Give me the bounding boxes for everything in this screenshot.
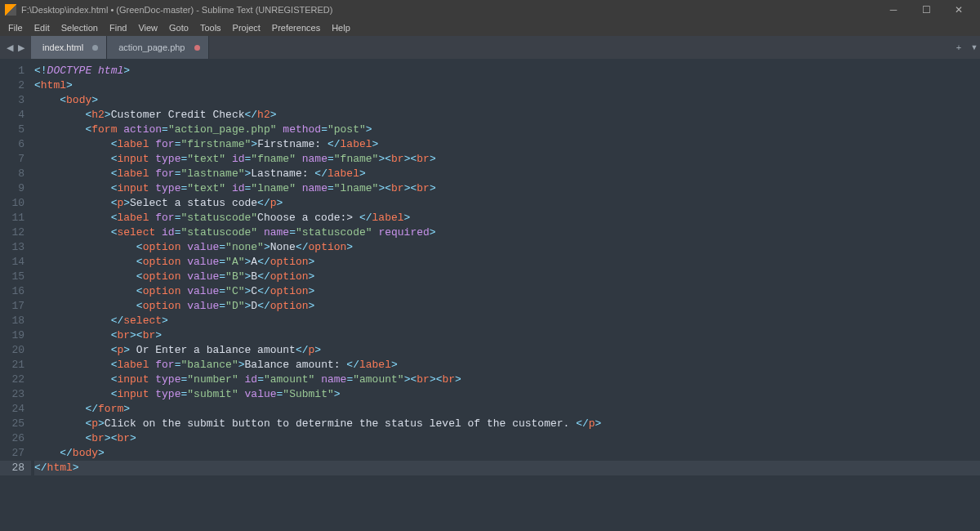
app-icon (5, 4, 16, 16)
close-icon: ✕ (955, 4, 963, 16)
code-line[interactable]: <p> Or Enter a balance amount</p> (34, 343, 980, 358)
tab-dropdown-icon[interactable]: ▼ (969, 36, 980, 59)
minimize-icon: ─ (890, 4, 898, 16)
code-line[interactable]: </select> (34, 314, 980, 328)
new-tab-button[interactable]: + (949, 36, 969, 59)
maximize-icon: ☐ (922, 4, 931, 16)
code-line[interactable]: </form> (34, 402, 980, 417)
code-line[interactable]: <label for="statuscode"Choose a code:> <… (34, 211, 980, 225)
code-line[interactable]: <form action="action_page.php" method="p… (34, 123, 980, 137)
menu-selection[interactable]: Selection (56, 21, 103, 34)
code-line[interactable]: <html> (34, 78, 980, 93)
code-line[interactable]: <option value="B">B</option> (34, 270, 980, 284)
code-line[interactable]: <input type="submit" value="Submit"> (34, 387, 980, 402)
editor: 1234567891011121314151617181920212223242… (0, 59, 980, 531)
gutter: 1234567891011121314151617181920212223242… (0, 59, 31, 531)
menu-project[interactable]: Project (228, 21, 265, 34)
code-line[interactable]: <option value="A">A</option> (34, 255, 980, 270)
menu-help[interactable]: Help (327, 21, 355, 34)
code-area[interactable]: <!DOCTYPE html><html> <body> <h2>Custome… (31, 59, 980, 531)
menu-file[interactable]: File (3, 21, 28, 34)
menu-find[interactable]: Find (105, 21, 131, 34)
tab-modified-icon (194, 45, 200, 51)
tab-modified-icon (92, 45, 98, 51)
code-line[interactable]: <input type="text" id="lname" name="lnam… (34, 181, 980, 196)
code-line[interactable]: <h2>Customer Credit Check</h2> (34, 108, 980, 123)
code-line[interactable]: <body> (34, 93, 980, 108)
menu-preferences[interactable]: Preferences (267, 21, 325, 34)
menu-edit[interactable]: Edit (29, 21, 55, 34)
code-line[interactable]: <select id="statuscode" name="statuscode… (34, 225, 980, 240)
code-line[interactable]: <br><br> (34, 431, 980, 446)
code-line[interactable]: </body> (34, 446, 980, 461)
window-title: F:\Desktop\index.html • (GreenDoc-master… (21, 5, 332, 15)
nav-forward-icon[interactable]: ▶ (18, 42, 24, 53)
code-line[interactable]: <!DOCTYPE html> (34, 64, 980, 78)
menu-tools[interactable]: Tools (195, 21, 226, 34)
tab-label: index.html (42, 42, 83, 52)
code-line[interactable]: </html> (34, 461, 980, 475)
nav-back-icon[interactable]: ◀ (7, 42, 13, 53)
code-line[interactable]: <option value="none">None</option> (34, 240, 980, 255)
menu-goto[interactable]: Goto (164, 21, 194, 34)
tab-label: action_page.php (118, 42, 185, 52)
close-button[interactable]: ✕ (942, 4, 975, 16)
code-line[interactable]: <br><br> (34, 328, 980, 343)
code-line[interactable]: <input type="number" id="amount" name="a… (34, 373, 980, 387)
code-line[interactable]: <p>Select a status code</p> (34, 196, 980, 211)
titlebar: F:\Desktop\index.html • (GreenDoc-master… (0, 0, 980, 20)
code-line[interactable]: <option value="C">C</option> (34, 284, 980, 299)
tab-action-page-php[interactable]: action_page.php (107, 36, 208, 59)
minimize-button[interactable]: ─ (877, 4, 910, 16)
tab-index-html[interactable]: index.html (31, 36, 107, 59)
code-line[interactable]: <label for="lastname">Lastname: </label> (34, 167, 980, 181)
menu-view[interactable]: View (133, 21, 163, 34)
tab-bar: ◀ ▶ index.html action_page.php + ▼ (0, 36, 980, 59)
code-line[interactable]: <label for="firstname">Firstname: </labe… (34, 137, 980, 152)
code-line[interactable]: <option value="D">D</option> (34, 299, 980, 314)
code-line[interactable]: <input type="text" id="fname" name="fnam… (34, 152, 980, 167)
menubar: File Edit Selection Find View Goto Tools… (0, 20, 980, 36)
code-line[interactable]: <label for="balance">Balance amount: </l… (34, 358, 980, 373)
code-line[interactable]: <p>Click on the submit button to determi… (34, 417, 980, 431)
maximize-button[interactable]: ☐ (910, 4, 942, 16)
